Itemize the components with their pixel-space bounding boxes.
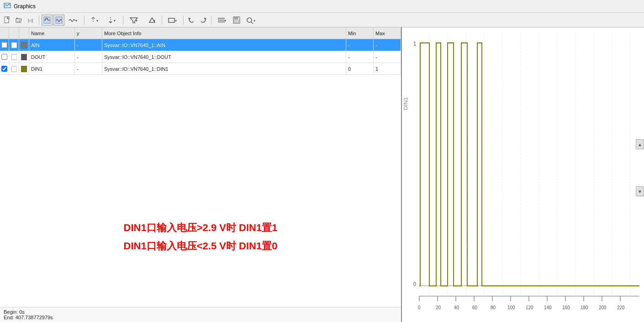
right-panel: ▲ ▼ DIN1 [402, 27, 644, 322]
row-name: DIN1 [29, 63, 75, 74]
tb-wave[interactable] [53, 15, 64, 26]
svg-text:20: 20 [436, 304, 441, 310]
svg-text:▾: ▾ [153, 19, 155, 23]
svg-text:0: 0 [418, 304, 421, 310]
svg-text:1: 1 [413, 40, 416, 47]
tb-measure[interactable]: ▾ [65, 15, 82, 26]
scroll-down-arrow[interactable]: ▼ [636, 186, 644, 196]
tb-redo[interactable] [198, 15, 209, 26]
sep1 [39, 16, 39, 25]
row-checkbox[interactable] [0, 39, 9, 51]
row-y: - [75, 51, 102, 63]
svg-text:220: 220 [617, 304, 625, 310]
col-icon2 [19, 27, 29, 39]
row-checkbox[interactable] [0, 51, 9, 63]
row-color-box [19, 51, 29, 63]
sep2 [84, 16, 84, 25]
row-info: Sysvar::IO::VN7640_1::DIN1 [102, 63, 346, 74]
tb-prev[interactable]: |◁| [26, 15, 37, 26]
row-name: AIN [29, 39, 75, 51]
scroll-up-arrow[interactable]: ▲ [636, 139, 644, 149]
svg-text:80: 80 [491, 304, 496, 310]
tb-signal[interactable] [42, 15, 53, 26]
info-area: DIN1口输入电压>2.9 V时 DIN1置1 DIN1口输入电压<2.5 V时… [0, 167, 401, 307]
row-y: - [75, 39, 102, 51]
sep6 [211, 16, 211, 25]
table-header: Name y More Object Info Min Max [0, 27, 401, 39]
row-max: - [374, 39, 401, 51]
col-icon1 [9, 27, 19, 39]
svg-point-28 [247, 18, 252, 22]
svg-text:▾: ▾ [175, 19, 177, 23]
din1-checkbox[interactable] [1, 66, 7, 72]
tb-new[interactable] [2, 15, 13, 26]
sep5 [183, 16, 184, 25]
tb-cursor-down[interactable]: ▾ [104, 15, 121, 26]
row-min: - [346, 51, 374, 63]
col-y-header: y [75, 27, 102, 39]
tb-config[interactable]: ▾ [214, 15, 230, 26]
svg-text:|◁|: |◁| [28, 18, 33, 23]
svg-text:120: 120 [526, 304, 533, 310]
tb-rect[interactable]: ▾ [164, 15, 181, 26]
tb-open[interactable]: ◁| [14, 15, 25, 26]
svg-rect-26 [234, 17, 238, 19]
svg-rect-27 [234, 20, 239, 22]
svg-text:0: 0 [413, 280, 417, 287]
sep4 [162, 16, 162, 25]
svg-text:▾: ▾ [75, 19, 77, 23]
svg-text:40: 40 [454, 304, 459, 310]
title-icon [4, 2, 11, 11]
title-bar: Graphics [0, 0, 644, 13]
ain-checkbox[interactable] [1, 42, 7, 48]
row-color-box [19, 63, 29, 74]
sep3 [123, 16, 123, 25]
svg-text:▾: ▾ [224, 19, 226, 23]
svg-text:60: 60 [472, 304, 477, 310]
main-content: Name y More Object Info Min Max [0, 27, 644, 322]
row-color-indicator [9, 63, 19, 74]
col-min-header: Min [346, 27, 374, 39]
tb-undo[interactable] [186, 15, 197, 26]
toolbar: ◁| |◁| [0, 13, 644, 27]
row-checkbox[interactable] [0, 63, 9, 74]
row-max: 1 [374, 63, 401, 74]
tb-zoom2[interactable]: ▾ [243, 15, 259, 26]
row-name: DOUT [29, 51, 75, 63]
svg-text:200: 200 [599, 304, 607, 310]
info-line-2: DIN1口输入电压<2.5 V时 DIN1置0 [124, 237, 278, 255]
svg-text:DIN1: DIN1 [403, 97, 408, 110]
tb-triangle[interactable]: ▾ [143, 15, 159, 26]
row-info: Sysvar::IO::VN7640_1::AIN [102, 39, 346, 51]
row-color-indicator [9, 51, 19, 63]
status-end: End: 407.738772979s [4, 315, 397, 320]
graph-svg: DIN1 1 0 [402, 27, 644, 322]
svg-text:▾: ▾ [96, 19, 98, 23]
table-row[interactable]: AIN - Sysvar::IO::VN7640_1::AIN - - [0, 39, 401, 51]
svg-text:100: 100 [507, 304, 515, 310]
row-y: - [75, 63, 102, 74]
tb-cursor-up[interactable]: ▾ [87, 15, 103, 26]
svg-text:160: 160 [562, 304, 570, 310]
svg-text:▾: ▾ [136, 19, 137, 23]
svg-text:◁|: ◁| [17, 19, 20, 23]
svg-rect-22 [169, 18, 174, 22]
col-info-header: More Object Info [102, 27, 346, 39]
col-check [0, 27, 9, 39]
svg-text:▾: ▾ [114, 19, 116, 23]
row-min: - [346, 39, 374, 51]
svg-text:180: 180 [581, 304, 588, 310]
row-color-indicator [9, 39, 19, 51]
tb-save[interactable] [231, 15, 242, 26]
col-max-header: Max [374, 27, 401, 39]
tb-filter[interactable]: ▾ [126, 15, 142, 26]
dout-checkbox[interactable] [1, 54, 7, 60]
table-row[interactable]: DOUT - Sysvar::IO::VN7640_1::DOUT - - [0, 51, 401, 63]
status-begin: Begin: 0s [4, 309, 397, 315]
graph-container: DIN1 1 0 [402, 27, 644, 322]
info-text-block: DIN1口输入电压>2.9 V时 DIN1置1 DIN1口输入电压<2.5 V时… [124, 219, 278, 255]
table-row[interactable]: DIN1 - Sysvar::IO::VN7640_1::DIN1 0 1 [0, 63, 401, 75]
row-min: 0 [346, 63, 374, 74]
svg-rect-34 [402, 27, 644, 322]
svg-text:▾: ▾ [253, 19, 255, 23]
